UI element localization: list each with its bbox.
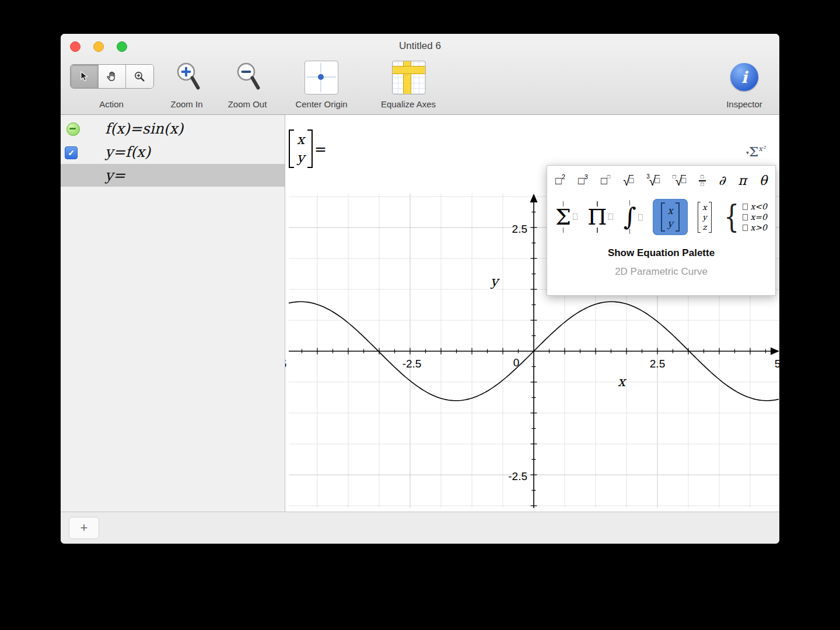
action-label: Action [70,99,153,109]
palette-square-template[interactable]: □2 [555,176,565,186]
bottom-bar: + [61,512,779,544]
palette-partial-derivative[interactable]: ∂ [719,174,725,187]
show-equation-palette-item[interactable]: Show Equation Palette [547,247,775,259]
palette-product-template[interactable]: Π [587,201,613,233]
pointer-cursor-icon [79,71,89,82]
x-tick-label: 5 [766,358,779,370]
palette-template-row: Σ Π ∫ x y [547,190,775,239]
value-slot [743,214,748,220]
pointer-tool-button[interactable] [71,65,98,88]
argument-slot [638,214,643,220]
sigma-icon: Σ [749,145,758,159]
palette-3d-vector-template[interactable]: x y z [698,202,711,233]
equation-list-sidebar: f(x)=sin(x) ✓ y=f(x) y= [61,115,285,512]
y-tick-label: 2.5 [495,223,527,236]
palette-integral-template[interactable]: ∫ [624,200,643,234]
value-slot [743,204,748,210]
parametric-equation-editor[interactable]: x y = [289,130,327,168]
palette-pi[interactable]: π [738,174,746,187]
checkmark-icon: ✓ [68,149,75,157]
vector-entry-y[interactable]: y [297,151,304,164]
value-slot [743,225,748,231]
palette-2d-vector-template-selected[interactable]: x y [653,199,688,235]
y-axis-label: y [491,274,498,289]
vector-entry-x[interactable]: x [297,133,304,146]
palette-cube-template[interactable]: □3 [578,176,588,186]
zoom-in-button[interactable] [175,61,202,97]
equalize-axes-label: Equalize Axes [370,99,447,109]
equation-row-1[interactable]: f(x)=sin(x) [61,117,285,141]
zoom-out-button[interactable] [235,61,262,97]
window-chrome: Untitled 6 Action Zoom In [61,34,779,115]
palette-piecewise-template[interactable]: { x<0 x=0 x>0 [722,202,767,232]
grapher-window: Untitled 6 Action Zoom In [61,34,779,544]
palette-power-template[interactable]: □□ [601,176,610,186]
palette-mode-label: 2D Parametric Curve [547,266,775,278]
inspector-label: Inspector [716,99,772,109]
palette-fraction-template[interactable]: □□ [699,174,706,188]
palette-nthroot-template[interactable]: □√□ [673,175,686,187]
equation-row-2[interactable]: ✓ y=f(x) [61,141,285,164]
origin-dot-icon [318,74,324,80]
lower-limit-slot [563,228,564,233]
equalize-axes-button[interactable] [392,61,426,94]
bracket-right-icon [709,202,712,233]
y-tick-label: -2.5 [489,470,527,483]
action-segmented-control [70,64,154,89]
equation-text: f(x)=sin(x) [105,117,183,141]
x-tick-label: -5 [285,358,293,370]
zoom-tool-button[interactable] [125,65,153,88]
palette-cuberoot-template[interactable]: 3√□ [646,175,660,187]
x-tick-label: -2.5 [394,358,429,370]
window-title: Untitled 6 [61,40,779,52]
equation-checkbox[interactable]: ✓ [65,146,78,159]
lower-limit-slot [629,229,631,234]
zoom-in-icon [175,61,202,94]
palette-theta[interactable]: θ [760,174,767,187]
x-tick-label: 0 [508,356,525,369]
bracket-right-icon [676,202,680,232]
center-origin-label: Center Origin [284,99,359,109]
hand-tool-button[interactable] [98,65,126,88]
equation-text: y=f(x) [105,141,150,164]
add-equation-button[interactable]: + [69,517,99,539]
equals-sign: = [314,141,327,158]
palette-symbol-row: □2 □3 □□ √□ 3√□ □√□ □□ ∂ π θ [547,166,775,190]
argument-slot [573,214,578,220]
brace-icon: { [724,203,739,232]
lower-limit-slot [597,228,598,233]
zoom-out-label: Zoom Out [219,99,275,109]
equation-text: y= [105,164,125,187]
zoom-out-icon [235,61,262,94]
x-axis-label: x [618,374,625,389]
hand-icon [106,71,118,82]
argument-slot [608,214,613,220]
info-icon: i [741,68,747,86]
inspector-button[interactable]: i [730,63,758,91]
sigma-superscript: x² [758,145,765,153]
palette-sqrt-template[interactable]: √□ [623,175,634,187]
equation-row-3-selected[interactable]: y= [61,164,285,187]
graph-area: x y = ▾ Σ x² □2 □3 □□ √□ 3√□ □√□ □□ ∂ π [285,115,779,512]
x-tick-label: 2.5 [640,358,675,370]
center-origin-button[interactable] [304,61,338,94]
bracket-left-icon [661,202,665,232]
palette-sum-template[interactable]: Σ [555,201,578,233]
equation-palette-popup: □2 □3 □□ √□ 3√□ □√□ □□ ∂ π θ Σ Π [547,165,776,296]
magnifier-plus-icon [134,71,145,82]
green-minus-toggle-icon[interactable] [66,123,80,136]
equation-palette-button[interactable]: ▾ Σ x² [746,145,765,159]
bracket-right-icon [307,130,313,168]
zoom-in-label: Zoom In [160,99,214,109]
ruler-horizontal-icon [393,66,425,74]
bracket-left-icon [289,130,294,168]
